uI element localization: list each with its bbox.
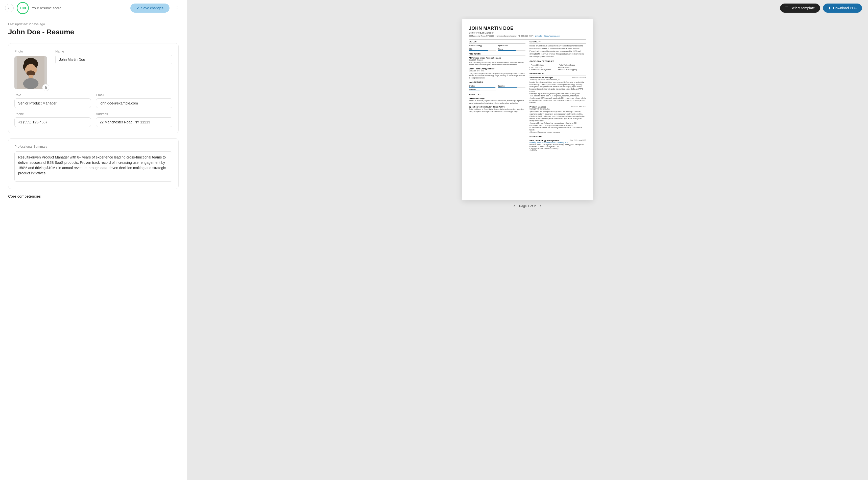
resume-preview-contact: 22 Manchester Road, NY 11213 | john.doe@… [469,35,586,37]
projects-title: PROJECTS [469,53,525,56]
name-field: Name [55,49,172,64]
photo-label: Photo [14,49,47,53]
more-button[interactable]: ⋮ [173,4,182,12]
activities-title: ACTIVITIES [469,93,525,96]
address-field: Address [96,112,173,127]
activity-item: Hackathon Judge Served as technical judg… [469,97,525,104]
left-panel: ← 100 Your resume score ✓ Save changes ⋮… [0,0,187,480]
competency-item: Product Roadmapping [558,69,586,70]
photo-container: 🗑 [14,56,47,89]
page-info: Page 1 of 2 [519,204,536,208]
activity-title: Hackathon Judge [469,97,525,99]
exp-bullet: Coordinated with sales and marketing tea… [529,127,586,131]
right-panel: ☰ Select template ⬇ Download PDF JOHN MA… [187,0,868,480]
name-label: Name [55,49,172,53]
email-label: Email [96,93,173,97]
address-label: Address [96,112,173,116]
summary-label: Professional Summary [14,145,172,148]
phone-field: Phone [14,112,91,127]
edu-bullet: President of Product Management Club [529,146,586,147]
save-button[interactable]: ✓ Save changes [130,3,169,12]
edu-school: Berkeley Haas School of Business, Berkel… [529,142,586,143]
edu-bullet: 3.9 GPA [529,149,586,151]
prev-page-button[interactable]: ‹ [514,203,515,209]
edu-degree: MBA, Technology Management [529,139,559,142]
phone-label: Phone [14,112,91,116]
exp-bullet: Developed product strategy and roadmap f… [529,124,586,127]
edu-desc: Focus on Product Management and Technolo… [529,143,586,146]
exp-job-title: Product Manager [529,106,546,108]
experience-section: EXPERIENCE Senior Product Manager Mar 20… [529,72,586,134]
project-date: Dec 2016 - Dec 2022 [469,70,525,72]
content-area: Last updated: 2 days ago John Doe - Resu… [0,16,187,480]
resume-preview-role: Senior Product Manager [469,32,586,34]
exp-bullet: Launched 3 major features that increased… [529,122,586,124]
address-input[interactable] [96,117,173,127]
skills-grid: Product Strategy Agile/Scrum SQL [469,45,525,51]
competencies-label: Core competencies [8,194,179,198]
lang-item: English [469,85,496,88]
delete-photo-button[interactable]: 🗑 [42,84,49,91]
photo-name-section: Photo [8,43,179,133]
email-input[interactable] [96,98,173,108]
skill-name: Figma [498,48,525,50]
photo-placeholder [14,56,47,89]
photo-section: Photo [14,49,172,89]
summary-section: Professional Summary [8,138,179,189]
next-page-button[interactable]: › [540,203,541,209]
competency-item: Data Analytics [558,66,586,68]
core-comp-section: CORE COMPETENCIES Product Strategy Agile… [529,60,586,70]
experience-title: EXPERIENCE [529,72,586,75]
competencies-section: Core competencies [8,194,179,198]
exp-job-title: Senior Product Manager [529,76,553,79]
svg-rect-6 [29,75,33,78]
download-pdf-button[interactable]: ⬇ Download PDF [823,3,862,12]
phone-input[interactable] [14,117,91,127]
right-top-bar: ☰ Select template ⬇ Download PDF [187,0,868,16]
summary-textarea[interactable] [14,151,172,182]
lang-name: English [469,85,496,87]
lang-item: Spanish [498,85,525,88]
role-input[interactable] [14,98,91,108]
skills-title: SKILLS [469,41,525,44]
skill-item: Figma [498,48,525,51]
resume-title: John Doe - Resume [8,28,179,36]
pagination: ‹ Page 1 of 2 › [510,200,545,212]
role-field: Role [14,93,91,108]
role-label: Role [14,93,91,97]
lang-item: Mandarin [469,89,496,91]
phone-address-row: Phone Address [14,112,172,127]
edu-dates: Sep 2015 - May 2017 [570,139,586,141]
competency-item: Stakeholder Management [529,69,558,70]
competency-item: Agile Methodologies [558,64,586,66]
exp-bullets: Launched 3 major features that increased… [529,122,586,133]
project-item: AI-Powered Image Recognition App Dec 202… [469,57,525,66]
project-desc: Designed and implemented an IoT system u… [469,72,525,79]
exp-item: Senior Product Manager Mar 2020 - Presen… [529,76,586,104]
email-field: Email [96,93,173,108]
top-bar: ← 100 Your resume score ✓ Save changes ⋮ [0,0,187,16]
back-button[interactable]: ← [5,4,13,12]
name-input[interactable] [55,55,172,64]
select-template-label: Select template [790,6,815,10]
exp-dates: Mar 2020 - Present [572,76,586,78]
template-icon: ☰ [785,6,788,10]
project-desc: Built a mobile application using Flutter… [469,61,525,66]
download-icon: ⬇ [828,6,831,10]
exp-bullet: Implemented OKR framework resulting in 3… [529,97,586,99]
resume-two-col: SKILLS Product Strategy Agile/Scrum [469,41,586,152]
exp-bullet: Managed a product suite generating $8M A… [529,92,586,95]
languages-section: LANGUAGES English Spanish Mand [469,81,525,91]
skill-name: Agile/Scrum [498,45,525,46]
exp-bullet: Conducted user research with 200+ enterp… [529,99,586,104]
lang-name: Spanish [498,85,525,87]
activity-title: Open Source Contributor - React Native [469,106,525,108]
last-updated: Last updated: 2 days ago [8,22,179,26]
edu-bullets: President of Product Management Club Win… [529,146,586,151]
exp-dates: Jun 2017 - Feb 2020 [571,106,586,107]
role-email-row: Role Email [14,93,172,108]
competency-item: User Research [529,66,558,68]
exp-bullets: Managed a product suite generating $8M A… [529,92,586,104]
resume-preview-name: JOHN MARTIN DOE [469,26,586,31]
select-template-button[interactable]: ☰ Select template [780,3,820,12]
